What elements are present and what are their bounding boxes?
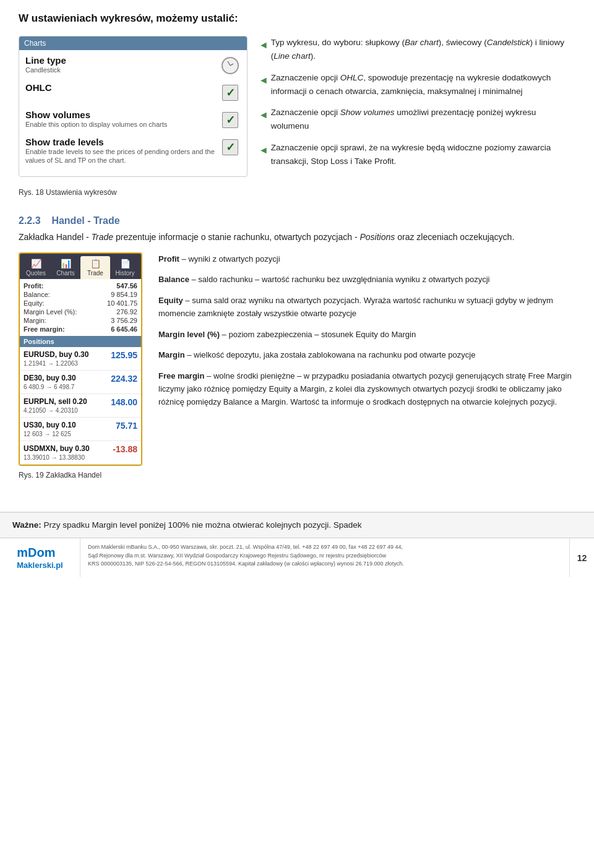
rys19-caption: Rys. 19 Zakładka Handel (19, 471, 148, 479)
profit-desc-text: wyniki z otwartych pozycji (188, 254, 280, 264)
equity-val: 10 401.75 (107, 299, 137, 307)
equity-term: Equity (158, 296, 183, 305)
position-usdmxn-profit: -13.88 (113, 444, 137, 454)
trade-descriptions-col: Profit – wyniki z otwartych pozycji Bala… (158, 252, 575, 488)
margin-label: Margin: (24, 317, 46, 324)
warning-text: Przy spadku Margin level poniżej 100% ni… (44, 520, 362, 530)
balance-label: Balance: (24, 291, 50, 298)
clock-icon (222, 57, 239, 74)
margin-dash: – (187, 350, 194, 359)
intro-italic-2: Positions (359, 232, 395, 242)
position-de30-name: DE30, buy 0.30 (24, 374, 76, 382)
equity-desc: Equity – suma sald oraz wyniku na otwart… (158, 294, 575, 320)
logo-main: mDom (17, 546, 55, 559)
show-volumes-checkbox[interactable] (222, 112, 238, 128)
show-trade-levels-checkbox[interactable] (222, 139, 238, 155)
account-summary: Profit: 547.56 Balance: 9 854.19 Equity:… (20, 279, 141, 336)
balance-desc: Balance – saldo rachunku – wartość rachu… (158, 273, 575, 286)
position-us30-name: US30, buy 0.10 (24, 421, 76, 429)
intro-text-3: oraz zleceniach oczekujących. (395, 232, 514, 242)
nav-trade[interactable]: 📋 Trade (80, 256, 110, 279)
position-eurusd: EURUSD, buy 0.30 1.21941 → 1.22063 125.9… (20, 347, 141, 371)
logo-sub: Maklerski.pl (17, 561, 62, 570)
footer-line3: KRS 0000003135, NIP 526-22-54-566, REGON… (88, 560, 562, 569)
nav-quotes[interactable]: 📈 Quotes (21, 256, 51, 279)
charts-panel-body: Line type Candlestick OHLC (19, 50, 247, 176)
position-eurpln-name: EURPLN, sell 0.20 (24, 397, 87, 406)
position-eurusd-profit: 125.95 (111, 350, 137, 360)
balance-row: Balance: 9 854.19 (24, 290, 137, 299)
profit-label: Profit: (24, 282, 43, 290)
position-us30: US30, buy 0.10 12 603 → 12 625 75.71 (20, 418, 141, 441)
charts-left-col: Charts Line type Candlestick (19, 36, 248, 205)
warning-bold: Ważne: (12, 520, 41, 530)
position-de30-profit: 224.32 (111, 374, 137, 384)
position-eurpln-prices: 4.21050 → 4.20310 (24, 407, 87, 414)
intro-text-2: prezentuje informacje o stanie rachunku,… (113, 232, 359, 242)
position-eurusd-prices: 1.21941 → 1.22063 (24, 360, 88, 367)
ohlc-checkbox[interactable] (222, 85, 238, 101)
section-number: 2.2.3 (19, 215, 41, 226)
position-us30-profit: 75.71 (116, 421, 137, 431)
margin-level-desc-text: poziom zabezpieczenia – stosunek Equity … (228, 330, 416, 339)
charts-icon: 📊 (61, 259, 71, 269)
trade-nav: 📈 Quotes 📊 Charts 📋 Trade 📄 History (20, 254, 141, 279)
footer-line2: Sąd Rejonowy dla m.st. Warszawy, XII Wyd… (88, 552, 562, 561)
intro-para: Zakładka Handel - Trade prezentuje infor… (19, 230, 575, 244)
panel-row-show-trade-levels: Show trade levels Enable trade levels to… (25, 137, 241, 165)
trade-icon: 📋 (90, 259, 101, 269)
footer-logo: mDom Maklerski.pl (0, 538, 80, 577)
nav-history[interactable]: 📄 History (110, 256, 140, 279)
charts-right-col: ◄ Typ wykresu, do wyboru: słupkowy (Bar … (259, 36, 575, 205)
profit-term: Profit (158, 254, 179, 264)
margin-desc: Margin – wielkość depozytu, jaka została… (158, 348, 575, 361)
position-eurusd-name: EURUSD, buy 0.30 (24, 350, 88, 359)
balance-val: 9 854.19 (111, 291, 137, 298)
nav-charts[interactable]: 📊 Charts (51, 256, 80, 279)
free-margin-row: Free margin: 6 645.46 (24, 325, 137, 333)
free-margin-label: Free margin: (24, 325, 65, 333)
nav-trade-label: Trade (87, 270, 103, 277)
arrow-icon-1: ◄ (259, 37, 269, 53)
desc-block-1: ◄ Typ wykresu, do wyboru: słupkowy (Bar … (259, 36, 575, 64)
margin-level-row: Margin Level (%): 276.92 (24, 307, 137, 316)
margin-level-label: Margin Level (%): (24, 308, 77, 316)
margin-row: Margin: 3 756.29 (24, 316, 137, 325)
arrow-icon-3: ◄ (259, 107, 269, 123)
desc-block-4: ◄ Zaznaczenie opcji sprawi, że na wykres… (259, 141, 575, 169)
margin-level-dash: – (222, 330, 229, 339)
ohlc-title: OHLC (25, 82, 216, 93)
nav-charts-label: Charts (56, 270, 74, 277)
profit-val: 547.56 (116, 282, 137, 290)
desc-text-2: Zaznaczenie opcji OHLC, spowoduje prezen… (271, 71, 575, 99)
panel-row-ohlc: OHLC (25, 82, 241, 103)
history-icon: 📄 (120, 259, 131, 269)
section-title: Handel - Trade (51, 215, 119, 226)
equity-row: Equity: 10 401.75 (24, 299, 137, 307)
equity-desc-text: suma sald oraz wyniku na otwartych pozyc… (158, 296, 553, 318)
margin-desc-text: wielkość depozytu, jaka została zablokow… (194, 350, 475, 359)
margin-level-desc: Margin level (%) – poziom zabezpieczenia… (158, 328, 575, 341)
desc-block-2: ◄ Zaznaczenie opcji OHLC, spowoduje prez… (259, 71, 575, 99)
position-eurpln: EURPLN, sell 0.20 4.21050 → 4.20310 148.… (20, 394, 141, 418)
profit-row: Profit: 547.56 (24, 281, 137, 290)
arrow-icon-2: ◄ (259, 72, 269, 88)
desc-text-4: Zaznaczenie opcji sprawi, że na wykresie… (271, 141, 575, 169)
position-eurpln-profit: 148.00 (111, 397, 137, 407)
margin-level-val: 276.92 (116, 308, 137, 316)
free-margin-desc: Free margin – wolne środki pieniężne – w… (158, 369, 575, 409)
profit-dash: – (182, 254, 189, 264)
footer-line1: Dom Maklerski mBanku S.A., 00-950 Warsza… (88, 543, 562, 552)
balance-dash: – (192, 275, 199, 284)
equity-dash: – (185, 296, 192, 305)
desc-block-3: ◄ Zaznaczenie opcji Show volumes umożliw… (259, 106, 575, 134)
line-type-title: Line type (25, 55, 216, 66)
balance-desc-text: saldo rachunku – wartość rachunku bez uw… (198, 275, 489, 284)
arrow-icon-4: ◄ (259, 142, 269, 158)
free-margin-term: Free margin (158, 371, 204, 380)
trade-panel-col: 📈 Quotes 📊 Charts 📋 Trade 📄 History (19, 252, 148, 488)
section-heading: 2.2.3 Handel - Trade (19, 215, 575, 226)
line-type-sub: Candlestick (25, 66, 216, 74)
free-margin-val: 6 645.46 (111, 325, 137, 333)
intro-italic-1: Trade (92, 232, 114, 242)
